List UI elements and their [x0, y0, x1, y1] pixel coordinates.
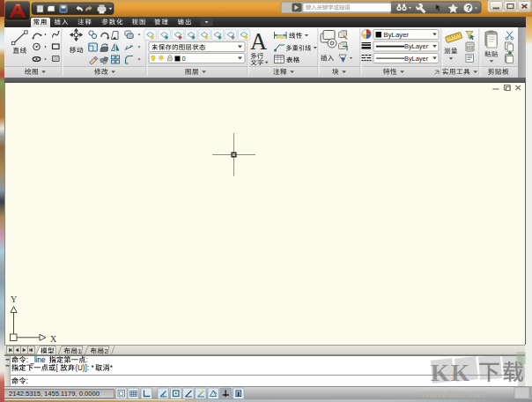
svg-text:ByLayer: ByLayer — [404, 42, 429, 50]
svg-text:2: 2 — [104, 347, 107, 355]
svg-text:X: X — [50, 334, 57, 344]
svg-text::: : — [26, 377, 28, 385]
svg-text:[: [ — [55, 364, 58, 372]
svg-text:2142.5315, 1455.1179, 0.0000: 2142.5315, 1455.1179, 0.0000 — [9, 390, 100, 398]
svg-text:?: ? — [467, 4, 472, 12]
svg-text:ByLayer: ByLayer — [384, 31, 410, 39]
svg-text:*: * — [110, 364, 114, 372]
svg-text:ByLayer: ByLayer — [404, 55, 429, 63]
svg-text:0: 0 — [182, 55, 186, 63]
svg-text:A: A — [250, 28, 267, 55]
svg-text:1: 1 — [78, 347, 81, 355]
svg-text:Y: Y — [11, 294, 17, 304]
svg-text:: _line: : _line — [26, 356, 46, 364]
svg-text::: : — [86, 356, 88, 364]
svg-text:(U)]: *: (U)]: * — [75, 364, 94, 372]
svg-text:www.kkx.net: www.kkx.net — [420, 389, 486, 399]
svg-text:KK: KK — [431, 360, 471, 386]
